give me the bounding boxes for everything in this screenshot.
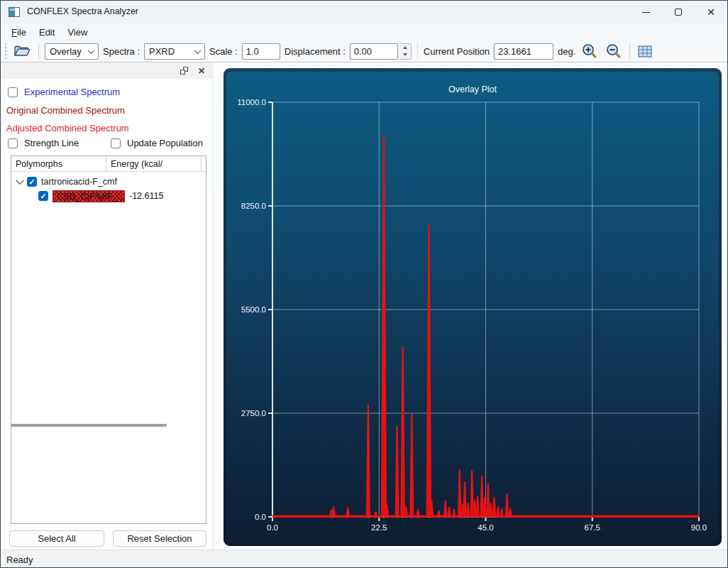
strength-line-row: Strength Line	[8, 138, 79, 148]
toolbar-grip[interactable]	[4, 43, 7, 59]
tree-row-root[interactable]: ✓ tartronicacid-F_cmf	[11, 175, 206, 189]
app-icon	[9, 7, 20, 17]
reset-selection-button[interactable]: Reset Selection	[113, 530, 206, 547]
arrow-down-icon	[403, 53, 407, 56]
toolbar-separator	[417, 43, 418, 59]
maximize-icon	[675, 9, 682, 16]
adjusted-combined-row: Adjusted Combined Spectrum	[6, 123, 129, 133]
column-header-energy[interactable]: Energy (kcal/	[106, 156, 202, 171]
svg-text:5500.0: 5500.0	[241, 305, 266, 314]
close-icon: ✕	[707, 7, 715, 17]
svg-text:11000.0: 11000.0	[237, 98, 266, 106]
open-file-button[interactable]	[11, 42, 33, 60]
spectra-type-value: PXRD	[149, 46, 175, 57]
data-table-icon	[638, 45, 652, 58]
child-label-selected[interactable]: CSD_CIF/MIF_...	[53, 190, 125, 202]
experimental-spectrum-row: Experimental Spectrum	[8, 87, 120, 97]
menu-edit[interactable]: Edit	[33, 25, 61, 40]
root-label: tartronicacid-F_cmf	[41, 177, 117, 187]
tree-row-child[interactable]: ✓ CSD_CIF/MIF_... -12.6115	[11, 189, 206, 203]
status-bar: Ready	[1, 550, 727, 568]
window-title: CONFLEX Spectra Analyzer	[27, 6, 138, 16]
child-checkbox[interactable]: ✓	[38, 191, 48, 201]
scale-label: Scale :	[209, 46, 238, 57]
spectra-dock-panel: ✕ Experimental Spectrum Original Combine…	[1, 62, 214, 550]
chevron-down-icon	[194, 47, 202, 54]
dock-title-bar: ✕	[1, 62, 214, 79]
dock-float-button[interactable]	[180, 67, 188, 75]
zoom-in-button[interactable]	[580, 42, 600, 60]
strength-line-label: Strength Line	[24, 138, 79, 148]
title-bar: CONFLEX Spectra Analyzer ✕	[1, 1, 727, 23]
original-combined-label: Original Combined Spectrum	[6, 105, 125, 116]
update-population-label: Update Population	[127, 138, 203, 148]
status-text: Ready	[6, 555, 33, 565]
scale-input[interactable]: 1.0	[242, 43, 280, 60]
root-checkbox[interactable]: ✓	[27, 177, 37, 187]
experimental-spectrum-checkbox[interactable]	[8, 87, 18, 97]
open-folder-icon	[13, 44, 31, 58]
minimize-icon	[642, 12, 650, 13]
column-header-polymorphs[interactable]: Polymorphs	[11, 156, 106, 171]
tree-horizontal-scrollbar[interactable]	[11, 424, 167, 427]
dock-close-button[interactable]: ✕	[198, 66, 205, 76]
plot-mode-combo[interactable]: Overlay	[45, 43, 99, 60]
spin-down-button[interactable]	[399, 51, 411, 59]
magnifier-minus-icon	[606, 43, 622, 59]
maximize-button[interactable]	[662, 1, 695, 23]
update-population-row: Update Population	[111, 138, 203, 148]
original-combined-row: Original Combined Spectrum	[6, 105, 125, 116]
toolbar: Overlay Spectra : PXRD Scale : 1.0 Displ…	[1, 40, 727, 62]
expander-chevron-icon[interactable]	[16, 176, 23, 184]
minimize-button[interactable]	[629, 1, 662, 23]
strength-line-checkbox[interactable]	[8, 138, 18, 148]
magnifier-plus-icon	[582, 43, 597, 59]
select-all-button[interactable]: Select All	[9, 530, 104, 547]
svg-text:90.0: 90.0	[691, 523, 707, 532]
degrees-unit-label: deg.	[558, 46, 575, 57]
displacement-input[interactable]: 0.00	[350, 43, 398, 60]
zoom-out-button[interactable]	[604, 42, 624, 60]
scale-value: 1.0	[246, 46, 259, 57]
overlay-plot-panel[interactable]: Overlay Plot 0.02750.05500.08250.011000.…	[224, 68, 722, 546]
menu-file[interactable]: File	[5, 25, 33, 40]
svg-text:45.0: 45.0	[478, 523, 493, 532]
displacement-spinner	[399, 43, 412, 60]
experimental-spectrum-label: Experimental Spectrum	[24, 87, 120, 97]
chevron-down-icon	[88, 47, 95, 54]
show-table-button[interactable]	[636, 42, 654, 60]
polymorph-tree: Polymorphs Energy (kcal/ ✓ tartronicacid…	[11, 155, 206, 524]
spin-up-button[interactable]	[399, 44, 411, 52]
spectrum-chart[interactable]: 0.02750.05500.08250.011000.00.022.545.06…	[224, 68, 722, 546]
displacement-value: 0.00	[354, 46, 372, 57]
current-position-label: Current Position	[424, 46, 490, 57]
current-position-value: 23.1661	[498, 46, 531, 57]
child-energy-value: -12.6115	[129, 191, 163, 201]
menu-bar: File Edit View	[1, 23, 727, 40]
svg-text:22.5: 22.5	[371, 523, 387, 532]
menu-view[interactable]: View	[61, 25, 94, 40]
tree-header: Polymorphs Energy (kcal/	[11, 156, 206, 172]
displacement-label: Displacement :	[285, 46, 346, 57]
arrow-up-icon	[403, 46, 407, 49]
app-window: CONFLEX Spectra Analyzer ✕ File Edit Vie…	[0, 0, 728, 568]
svg-text:8250.0: 8250.0	[241, 202, 266, 210]
svg-text:0.0: 0.0	[267, 523, 278, 532]
svg-text:67.5: 67.5	[585, 523, 600, 532]
spectra-type-combo[interactable]: PXRD	[144, 43, 205, 60]
toolbar-separator	[38, 43, 39, 59]
close-button[interactable]: ✕	[695, 1, 727, 23]
toolbar-separator	[629, 43, 630, 59]
spectra-label: Spectra :	[103, 46, 140, 57]
current-position-input[interactable]: 23.1661	[494, 43, 553, 60]
svg-text:2750.0: 2750.0	[241, 409, 266, 417]
adjusted-combined-label: Adjusted Combined Spectrum	[6, 123, 129, 133]
plot-mode-value: Overlay	[50, 46, 82, 57]
svg-text:0.0: 0.0	[255, 513, 266, 521]
update-population-checkbox[interactable]	[111, 138, 121, 148]
